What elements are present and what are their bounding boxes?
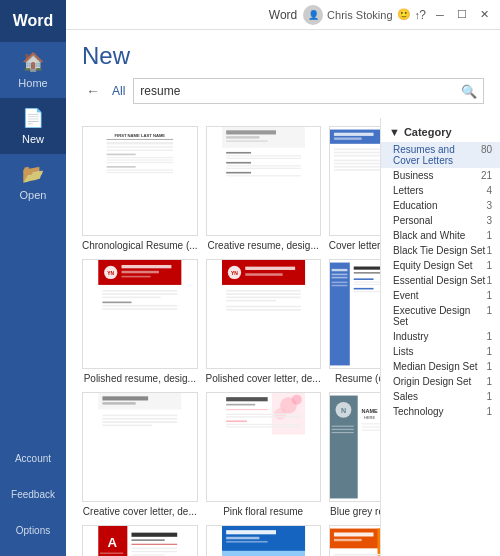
category-item[interactable]: Letters4 [381,183,500,198]
template-item[interactable]: Creative cover letter, de... [82,392,198,517]
title-bar: Word 👤 Chris Stoking 🙂 ↑ ? ─ ☐ ✕ [66,0,500,30]
svg-rect-118 [131,548,177,549]
svg-rect-119 [131,551,177,552]
svg-rect-70 [353,272,380,274]
smiley-icon: 🙂 [397,8,411,21]
svg-rect-64 [331,269,347,271]
category-count: 1 [486,346,492,357]
category-item[interactable]: Black Tie Design Set1 [381,243,500,258]
category-item[interactable]: Business21 [381,168,500,183]
template-item[interactable]: YN Polished cover letter, de... [206,259,321,384]
template-label: Blue grey resume [330,506,380,517]
category-item[interactable]: Personal3 [381,213,500,228]
svg-rect-31 [334,152,380,154]
template-item[interactable]: Cover letter (Blue) [329,126,380,251]
template-item[interactable]: A [82,525,198,556]
svg-rect-60 [226,306,301,308]
templates-section: FIRST NAME LAST NAME [66,118,380,556]
svg-rect-49 [102,308,177,310]
nav-all-button[interactable]: All [112,84,125,98]
home-icon: 🏠 [22,51,44,73]
svg-rect-96 [226,426,301,427]
category-name: Origin Design Set [393,376,471,387]
category-count: 21 [481,170,492,181]
category-count: 80 [481,144,492,166]
options-label: Options [16,525,50,536]
category-name: Executive Design Set [393,305,486,327]
template-item[interactable]: Headshot resume [329,525,380,556]
sidebar-item-feedback[interactable]: Feedback [0,476,66,512]
window-controls: ? ─ ☐ ✕ [419,7,492,23]
template-item[interactable]: FIRST NAME LAST NAME [82,126,198,251]
account-label: Account [15,453,51,464]
svg-rect-92 [226,414,301,415]
category-item[interactable]: Origin Design Set1 [381,374,500,389]
help-icon[interactable]: ? [419,8,426,22]
category-item[interactable]: Technology1 [381,404,500,419]
svg-rect-8 [107,159,173,160]
close-button[interactable]: ✕ [476,7,492,23]
svg-rect-17 [226,140,268,142]
sidebar-item-open[interactable]: 📂 Open [0,154,66,210]
sidebar-item-new[interactable]: 📄 New [0,98,66,154]
minimize-button[interactable]: ─ [432,7,448,23]
template-item[interactable]: Resume (color) [329,259,380,384]
category-name: Lists [393,346,414,357]
sidebar-item-account[interactable]: Account [0,440,66,476]
svg-point-87 [291,395,301,405]
category-item[interactable]: Essential Design Set1 [381,273,500,288]
svg-rect-30 [334,149,380,151]
category-item[interactable]: Industry1 [381,329,500,344]
svg-rect-56 [226,290,301,292]
svg-rect-69 [353,267,380,270]
category-item[interactable]: Equity Design Set1 [381,258,500,273]
main-content: Word 👤 Chris Stoking 🙂 ↑ ? ─ ☐ ✕ New ← A… [66,0,500,556]
template-item[interactable]: Blue sky resume [206,525,321,556]
category-count: 1 [486,305,492,327]
user-area: 👤 Chris Stoking 🙂 ↑ [303,5,420,25]
template-thumb [329,525,380,556]
svg-text:HERE: HERE [364,415,375,420]
category-item[interactable]: Resumes and Cover Letters80 [381,142,500,168]
category-count: 1 [486,245,492,256]
sidebar-item-open-label: Open [20,189,47,201]
template-item[interactable]: Pink floral resume [206,392,321,517]
maximize-button[interactable]: ☐ [454,7,470,23]
svg-rect-18 [226,152,251,154]
template-item[interactable]: N NAME HERE Blue grey resume [329,392,380,517]
sidebar-item-options[interactable]: Options [0,512,66,548]
category-item[interactable]: Event1 [381,288,500,303]
category-name: Essential Design Set [393,275,485,286]
category-count: 3 [486,200,492,211]
svg-rect-140 [334,554,380,556]
category-item[interactable]: Median Design Set1 [381,359,500,374]
page-header: New ← All 🔍 [66,30,500,118]
svg-rect-25 [226,175,301,176]
search-box: 🔍 [133,78,484,104]
svg-rect-5 [107,149,173,151]
template-item[interactable]: YN Polished resume, desig... [82,259,198,384]
category-item[interactable]: Lists1 [381,344,500,359]
category-item[interactable]: Black and White1 [381,228,500,243]
svg-rect-106 [331,426,353,427]
svg-rect-19 [226,155,301,156]
search-input[interactable] [140,84,461,98]
template-item[interactable]: Creative resume, desig... [206,126,321,251]
svg-rect-16 [226,136,259,138]
feedback-label: Feedback [11,489,55,500]
sidebar-item-home[interactable]: 🏠 Home [0,42,66,98]
svg-rect-6 [107,154,136,156]
nav-back-button[interactable]: ← [82,81,104,101]
nav-search-row: ← All 🔍 [82,78,484,104]
category-item[interactable]: Executive Design Set1 [381,303,500,329]
svg-text:YN: YN [107,270,114,276]
category-title: Category [404,126,452,138]
svg-rect-23 [226,168,301,169]
svg-rect-22 [226,165,301,166]
category-item[interactable]: Education3 [381,198,500,213]
svg-rect-139 [334,539,362,541]
category-name: Letters [393,185,424,196]
svg-rect-83 [102,425,152,427]
search-icon[interactable]: 🔍 [461,84,477,99]
category-item[interactable]: Sales1 [381,389,500,404]
